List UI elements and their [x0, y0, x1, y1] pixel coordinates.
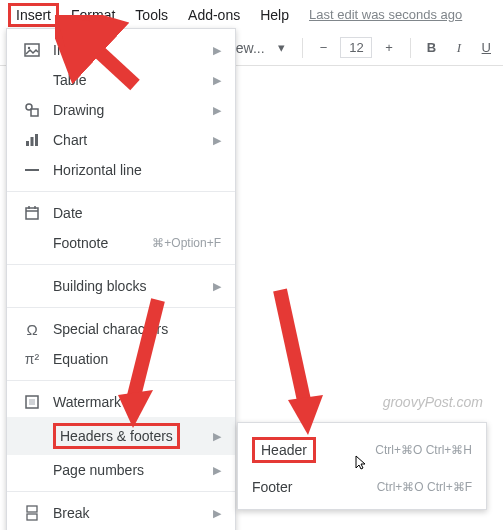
insert-dropdown: Image ▶ Table ▶ Drawing ▶ Chart ▶ Horizo…: [6, 28, 236, 530]
annotation-arrow: [260, 280, 340, 440]
svg-rect-6: [35, 134, 38, 146]
chart-icon: [23, 131, 41, 149]
submenu-arrow-icon: ▶: [213, 464, 221, 477]
menu-separator: [7, 264, 235, 265]
menu-label-date: Date: [53, 205, 221, 221]
annotation-arrow: [55, 15, 145, 95]
svg-rect-5: [31, 137, 34, 146]
watermark-text: groovyPost.com: [383, 394, 483, 410]
image-icon: [23, 41, 41, 59]
watermark-icon: [23, 393, 41, 411]
menu-item-date[interactable]: Date: [7, 198, 235, 228]
svg-marker-21: [288, 395, 323, 435]
submenu-item-footer[interactable]: Footer Ctrl+⌘O Ctrl+⌘F: [238, 471, 486, 503]
menu-label-chart: Chart: [53, 132, 201, 148]
menu-addons[interactable]: Add-ons: [180, 3, 248, 27]
break-icon: [23, 504, 41, 522]
bold-button[interactable]: B: [421, 37, 442, 59]
svg-line-16: [70, 25, 135, 85]
menu-item-drawing[interactable]: Drawing ▶: [7, 95, 235, 125]
submenu-arrow-icon: ▶: [213, 134, 221, 147]
special-char-icon: Ω: [23, 320, 41, 338]
submenu-arrow-icon: ▶: [213, 104, 221, 117]
menu-item-page-numbers[interactable]: Page numbers ▶: [7, 455, 235, 485]
blocks-icon: [23, 277, 41, 295]
submenu-shortcut-footer: Ctrl+⌘O Ctrl+⌘F: [377, 480, 472, 494]
svg-rect-3: [31, 109, 38, 116]
footnote-icon: [23, 234, 41, 252]
menu-label-break: Break: [53, 505, 201, 521]
svg-rect-8: [26, 208, 38, 219]
font-name-fragment[interactable]: ew...: [236, 40, 265, 56]
font-size-decrease[interactable]: −: [313, 37, 334, 59]
svg-rect-4: [26, 141, 29, 146]
menu-item-horizontal-line[interactable]: Horizontal line: [7, 155, 235, 185]
equation-icon: π²: [23, 350, 41, 368]
submenu-arrow-icon: ▶: [213, 74, 221, 87]
italic-button[interactable]: I: [448, 37, 469, 59]
drawing-icon: [23, 101, 41, 119]
menu-label-pagenum: Page numbers: [53, 462, 201, 478]
annotation-arrow: [108, 290, 178, 430]
svg-rect-15: [27, 514, 37, 520]
cursor-icon: [352, 454, 370, 472]
horizontal-line-icon: [23, 161, 41, 179]
page-numbers-icon: [23, 461, 41, 479]
menu-help[interactable]: Help: [252, 3, 297, 27]
svg-line-18: [133, 300, 158, 400]
submenu-shortcut-header: Ctrl+⌘O Ctrl+⌘H: [375, 443, 472, 457]
menu-label-hr: Horizontal line: [53, 162, 221, 178]
submenu-arrow-icon: ▶: [213, 44, 221, 57]
font-size-increase[interactable]: +: [378, 37, 399, 59]
submenu-arrow-icon: ▶: [213, 507, 221, 520]
last-edit-link[interactable]: Last edit was seconds ago: [301, 3, 470, 26]
menu-insert[interactable]: Insert: [8, 3, 59, 27]
menu-label-drawing: Drawing: [53, 102, 201, 118]
svg-rect-14: [27, 506, 37, 512]
chevron-down-icon[interactable]: ▾: [271, 37, 292, 59]
svg-marker-19: [118, 390, 153, 428]
menu-label-footnote: Footnote: [53, 235, 140, 251]
svg-line-20: [280, 290, 305, 405]
svg-point-1: [28, 47, 30, 49]
submenu-label-header: Header: [252, 437, 363, 463]
menu-item-break[interactable]: Break ▶: [7, 498, 235, 528]
menu-separator: [7, 191, 235, 192]
menu-item-chart[interactable]: Chart ▶: [7, 125, 235, 155]
date-icon: [23, 204, 41, 222]
submenu-label-footer: Footer: [252, 479, 365, 495]
table-icon: [23, 71, 41, 89]
font-size-input[interactable]: 12: [340, 37, 372, 58]
menu-separator: [7, 491, 235, 492]
menu-item-footnote[interactable]: Footnote ⌘+Option+F: [7, 228, 235, 258]
svg-rect-13: [29, 399, 35, 405]
underline-button[interactable]: U: [476, 37, 497, 59]
submenu-arrow-icon: ▶: [213, 280, 221, 293]
menu-shortcut-footnote: ⌘+Option+F: [152, 236, 221, 250]
headers-footers-icon: [23, 427, 41, 445]
submenu-arrow-icon: ▶: [213, 430, 221, 443]
